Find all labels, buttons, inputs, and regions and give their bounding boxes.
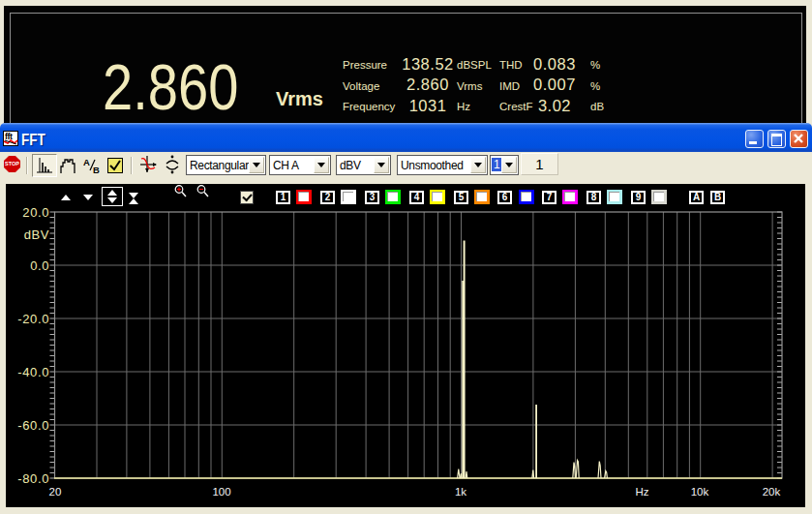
svg-text:-60.0: -60.0 xyxy=(17,418,49,433)
svg-text:20: 20 xyxy=(49,486,62,498)
svg-text:-40.0: -40.0 xyxy=(17,365,49,379)
svg-text:20k: 20k xyxy=(763,486,781,498)
svg-text:B: B xyxy=(93,165,100,174)
svg-text:dBV: dBV xyxy=(24,227,49,242)
svg-text:1k: 1k xyxy=(455,486,466,498)
svg-text:100: 100 xyxy=(212,486,230,498)
svg-text:0.0: 0.0 xyxy=(30,258,49,273)
svg-text:Hz: Hz xyxy=(635,486,648,498)
svg-text:10k: 10k xyxy=(691,486,709,498)
svg-text:fft: fft xyxy=(5,132,13,141)
svg-text:-20.0: -20.0 xyxy=(17,312,49,326)
svg-text:A: A xyxy=(83,157,90,167)
svg-text:-80.0: -80.0 xyxy=(17,471,49,486)
svg-text:20.0: 20.0 xyxy=(22,205,49,220)
